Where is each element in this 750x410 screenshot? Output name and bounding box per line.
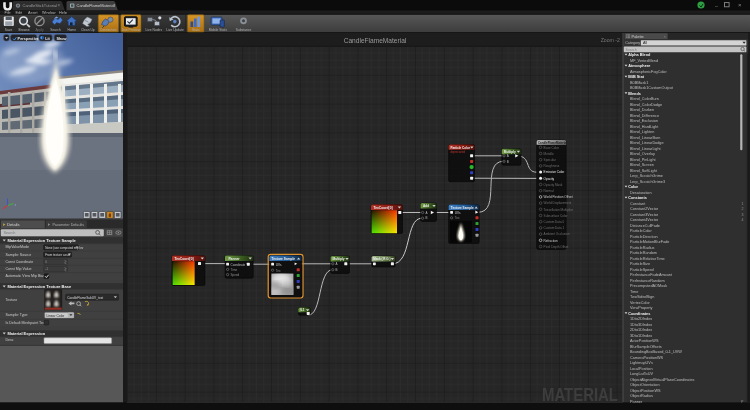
svg-text:CameraPositionWS: CameraPositionWS	[630, 356, 664, 360]
svg-text:DistanceCullFade: DistanceCullFade	[630, 224, 660, 228]
svg-text:Mobile Stats: Mobile Stats	[209, 28, 227, 32]
svg-text:ParticleSpeed: ParticleSpeed	[630, 268, 654, 272]
svg-text:Blend_SoftLight: Blend_SoftLight	[630, 169, 658, 173]
svg-text:Home: Home	[67, 28, 76, 32]
svg-text:PerInstanceFadeAmount: PerInstanceFadeAmount	[630, 273, 673, 277]
svg-text:Blend_Darken: Blend_Darken	[630, 108, 654, 112]
svg-text:All: All	[643, 41, 647, 45]
svg-text:Material Expression: Material Expression	[7, 331, 45, 336]
svg-text:None (use computed mip lev: None (use computed mip lev	[45, 246, 84, 250]
svg-text:Custom Data 1: Custom Data 1	[544, 226, 565, 230]
svg-text:Tex: Tex	[276, 269, 281, 273]
svg-text:Lit: Lit	[45, 37, 50, 41]
svg-text:×: ×	[113, 3, 116, 8]
svg-text:1Dto3DIndex: 1Dto3DIndex	[630, 323, 652, 327]
svg-text:Blend_LinearLight: Blend_LinearLight	[630, 147, 662, 151]
svg-text:Desc: Desc	[5, 338, 13, 342]
svg-text:3Dto1DIndex: 3Dto1DIndex	[630, 334, 652, 338]
svg-text:Tessellation Multiplier: Tessellation Multiplier	[544, 208, 573, 212]
svg-text:LightmapUVs: LightmapUVs	[630, 361, 653, 365]
svg-text:PrecomputedAOMask: PrecomputedAOMask	[630, 284, 667, 288]
svg-text:ParticleRandom: ParticleRandom	[630, 251, 657, 255]
svg-text:Blend_Exclusion: Blend_Exclusion	[630, 119, 658, 123]
svg-text:MF_VertexBlend: MF_VertexBlend	[630, 59, 658, 63]
svg-text:Alpha Blend: Alpha Blend	[628, 53, 651, 57]
svg-text:ObjectRadius: ObjectRadius	[630, 394, 653, 398]
svg-text:B0BMask1CustomOutput: B0BMask1CustomOutput	[630, 86, 674, 90]
svg-text:Roughness: Roughness	[544, 164, 560, 168]
svg-text:B: B	[336, 268, 338, 272]
svg-text:Particle Color: Particle Color	[450, 146, 470, 150]
svg-text:Atmosphere: Atmosphere	[628, 64, 650, 68]
svg-text:ActorPositionWS: ActorPositionWS	[630, 339, 659, 343]
svg-text:MATERIAL: MATERIAL	[542, 384, 618, 405]
svg-text:Lerp_ScratchGrime: Lerp_ScratchGrime	[630, 174, 663, 178]
svg-text:Stats: Stats	[192, 28, 200, 32]
svg-text:B0BMask1: B0BMask1	[630, 81, 648, 85]
svg-text:Coordinate: Coordinate	[231, 263, 246, 267]
svg-text:Subsurface Color: Subsurface Color	[544, 214, 568, 218]
svg-text:Browse: Browse	[19, 28, 30, 32]
svg-text:Clean Up: Clean Up	[81, 28, 95, 32]
svg-text:TwoSidedSign: TwoSidedSign	[630, 295, 654, 299]
svg-text:Search: Search	[50, 28, 61, 32]
svg-text:CandleFlameMaterial: CandleFlameMaterial	[77, 3, 115, 8]
svg-text:Connectors: Connectors	[100, 28, 117, 32]
svg-text:World Position Offset: World Position Offset	[544, 195, 573, 199]
svg-text:Panner: Panner	[228, 257, 240, 261]
svg-text:UVs: UVs	[455, 211, 461, 215]
svg-text:UVs: UVs	[276, 263, 282, 267]
svg-text:B: B	[425, 216, 427, 220]
svg-text:3: 3	[742, 213, 744, 217]
svg-text:Search: Search	[3, 231, 15, 235]
svg-text:×: ×	[738, 2, 742, 8]
svg-text:Time: Time	[231, 268, 238, 272]
svg-text:×: ×	[58, 3, 61, 8]
svg-text:Texture Sample: Texture Sample	[272, 257, 296, 261]
svg-text:Blend_ColorBurn: Blend_ColorBurn	[630, 97, 659, 101]
svg-text:Show: Show	[56, 37, 66, 41]
svg-text:Blend_Lighten: Blend_Lighten	[630, 130, 654, 134]
svg-text:ViewProperty: ViewProperty	[630, 306, 653, 310]
svg-text:Normal: Normal	[544, 189, 554, 193]
svg-text:Desaturation: Desaturation	[630, 191, 652, 195]
svg-text:Zoom -2: Zoom -2	[601, 37, 620, 43]
svg-text:Opacity Mask: Opacity Mask	[544, 183, 563, 187]
svg-text:Const Coordinate: Const Coordinate	[5, 260, 33, 264]
svg-text:Texture: Texture	[5, 298, 17, 302]
svg-text:Constants: Constants	[628, 196, 647, 200]
svg-text:Details: Details	[7, 222, 19, 227]
svg-text:Opacity: Opacity	[544, 177, 555, 181]
svg-text:Blend_Screen: Blend_Screen	[630, 163, 654, 167]
svg-text:ParticleColor: ParticleColor	[630, 229, 652, 233]
svg-text:Blend_LinearDodge: Blend_LinearDodge	[630, 141, 664, 145]
svg-text:-1: -1	[45, 267, 48, 271]
svg-text:LongLatToUV: LongLatToUV	[630, 372, 653, 376]
svg-text:Constant3Vector: Constant3Vector	[630, 213, 659, 217]
svg-text:Emissive Color: Emissive Color	[544, 170, 565, 174]
svg-text:1Dto2DIndex: 1Dto2DIndex	[630, 317, 652, 321]
svg-text:B: B	[507, 160, 509, 164]
svg-text:Pixel Depth Offset: Pixel Depth Offset	[544, 245, 569, 249]
svg-text:2Dto1DIndex: 2Dto1DIndex	[630, 328, 652, 332]
svg-text:Apply: Apply	[35, 28, 44, 32]
svg-text:Palette: Palette	[632, 34, 644, 39]
svg-text:CandleFlameMaterial: CandleFlameMaterial	[344, 37, 407, 44]
svg-text:Ambient Occlusion: Ambient Occlusion	[544, 232, 570, 236]
svg-text:Perspective: Perspective	[18, 37, 39, 41]
svg-text:BoundingBoxBased_0-1_UVW: BoundingBoxBased_0-1_UVW	[630, 350, 682, 354]
svg-text:ParticleRelativeTime: ParticleRelativeTime	[630, 257, 665, 261]
svg-text:Add: Add	[423, 204, 429, 208]
svg-text:TexCoord[0]: TexCoord[0]	[174, 257, 193, 261]
svg-text:Sampler Source: Sampler Source	[5, 253, 31, 257]
svg-text:A: A	[336, 262, 338, 266]
svg-text:CandleFlameSubUV_text: CandleFlameSubUV_text	[67, 296, 103, 300]
svg-text:A: A	[507, 154, 509, 158]
svg-text:Is Default Meshpaint Tex: Is Default Meshpaint Tex	[5, 321, 44, 325]
svg-text:A: A	[425, 211, 427, 215]
svg-text:Base Color: Base Color	[544, 146, 559, 150]
svg-text:Save: Save	[5, 28, 13, 32]
svg-text:CandleStickTutorial: CandleStickTutorial	[23, 3, 58, 8]
svg-text:Panner: Panner	[630, 400, 643, 404]
svg-text:Blend_Difference: Blend_Difference	[630, 114, 659, 118]
